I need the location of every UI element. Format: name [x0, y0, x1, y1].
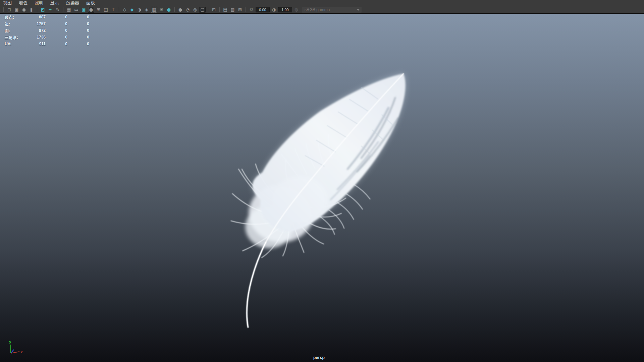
pan-zoom-icon[interactable]: + — [47, 7, 53, 13]
hud-label: 面: — [5, 28, 32, 35]
gate-mask-icon[interactable]: ● — [88, 7, 94, 13]
hud-value: 0 — [67, 28, 89, 35]
toolbar-separator — [246, 7, 246, 12]
color-transform-label: sRGB gamma — [305, 7, 330, 12]
snapshot-copy-icon[interactable]: ▤ — [222, 7, 228, 13]
textured-ball-icon[interactable]: ◑ — [136, 7, 143, 13]
snapshot-paste-icon[interactable]: ▥ — [229, 7, 236, 13]
lights-icon[interactable]: ☀ — [158, 7, 165, 13]
toolbar-separator — [3, 7, 4, 12]
grid-icon[interactable]: ▦ — [66, 7, 72, 13]
exposure-icon[interactable]: ☼ — [248, 7, 255, 13]
grease-pencil-icon[interactable]: ✎ — [54, 7, 61, 13]
hud-label: 三角形: — [5, 35, 32, 42]
image-plane-icon[interactable]: ◩ — [40, 7, 46, 13]
camera-attributes-icon[interactable]: ◉ — [21, 7, 27, 13]
toolbar-separator — [63, 7, 63, 12]
color-transform-dropdown[interactable]: sRGB gamma — [302, 7, 362, 13]
depth-of-field-icon[interactable]: ▢ — [199, 7, 206, 13]
isolate-select-icon[interactable]: ⊡ — [211, 7, 217, 13]
hud-label: UV: — [5, 42, 32, 48]
safe-action-icon[interactable]: ◫ — [103, 7, 109, 13]
toolbar-separator — [208, 7, 208, 12]
exposure-field[interactable] — [256, 7, 270, 12]
axis-gizmo: y x — [5, 340, 25, 357]
hud-value: 0 — [46, 28, 67, 35]
wireframe-cube-icon[interactable]: ◇ — [121, 7, 128, 13]
feather-model — [218, 64, 426, 339]
ssao-icon[interactable]: ● — [177, 7, 183, 13]
x-axis-label: x — [20, 350, 23, 354]
menu-item-renderer[interactable]: 渲染器 — [66, 0, 79, 6]
toolbar-separator — [219, 7, 220, 12]
hud-value: 0 — [46, 35, 67, 42]
hud-value: 0 — [67, 15, 89, 21]
hud-label: 顶点: — [5, 15, 32, 21]
select-camera-icon[interactable]: ◻ — [6, 7, 12, 13]
hud-value: 1736 — [32, 35, 46, 42]
lock-camera-icon[interactable]: ▣ — [13, 7, 20, 13]
hud-value: 0 — [67, 35, 89, 42]
resolution-gate-icon[interactable]: ▣ — [80, 7, 87, 13]
motion-blur-icon[interactable]: ◔ — [184, 7, 191, 13]
hud-label: 边: — [5, 21, 32, 28]
bookmark-icon[interactable]: ▮ — [28, 7, 35, 13]
safe-title-icon[interactable]: T — [110, 7, 116, 13]
menu-item-shading[interactable]: 着色 — [19, 0, 28, 6]
chevron-down-icon — [357, 9, 360, 11]
panel-header: 视图 着色 照明 显示 渲染器 面板 ◻ ▣ ◉ ▮ ◩ + ✎ ▦ ▭ ▣ ●… — [0, 0, 644, 13]
gamma-toggle-icon[interactable]: ◍ — [293, 7, 300, 13]
anti-aliasing-icon[interactable]: ◎ — [192, 7, 198, 13]
y-axis-label: y — [9, 340, 11, 344]
hud-value: 1757 — [32, 21, 46, 28]
viewport-toolbar: ◻ ▣ ◉ ▮ ◩ + ✎ ▦ ▭ ▣ ● ⊞ ◫ T ◇ ◆ ◑ ◈ ▩ ☀ … — [0, 6, 644, 13]
menu-item-lighting[interactable]: 照明 — [35, 0, 43, 6]
hud-value: 911 — [32, 42, 46, 48]
camera-label: persp — [0, 355, 638, 360]
toolbar-separator — [174, 7, 175, 12]
hud-value: 872 — [32, 28, 46, 35]
toolbar-separator — [37, 7, 37, 12]
textured-checker-icon[interactable]: ▩ — [151, 7, 157, 13]
menu-item-view[interactable]: 视图 — [3, 0, 12, 6]
image-toggle-icon[interactable]: ⊠ — [237, 7, 243, 13]
menu-item-show[interactable]: 显示 — [50, 0, 59, 6]
shaded-cube-icon[interactable]: ◆ — [129, 7, 135, 13]
contrast-icon[interactable]: ◑ — [271, 7, 277, 13]
hud-value: 0 — [46, 15, 67, 21]
film-gate-icon[interactable]: ▭ — [73, 7, 79, 13]
shadows-icon[interactable]: ● — [166, 7, 172, 13]
wire-on-shaded-icon[interactable]: ◈ — [144, 7, 150, 13]
menu-item-panels[interactable]: 面板 — [86, 0, 95, 6]
3d-viewport[interactable]: 顶点: 887 0 0 边: 1757 0 0 面: 872 0 0 三角形: … — [0, 14, 644, 362]
contrast-field[interactable] — [278, 7, 292, 12]
hud-value: 887 — [32, 15, 46, 21]
field-chart-icon[interactable]: ⊞ — [95, 7, 102, 13]
toolbar-separator — [119, 7, 119, 12]
poly-count-hud: 顶点: 887 0 0 边: 1757 0 0 面: 872 0 0 三角形: … — [5, 15, 89, 48]
hud-value: 0 — [67, 42, 89, 48]
hud-value: 0 — [46, 21, 67, 28]
hud-value: 0 — [67, 21, 89, 28]
menu-bar: 视图 着色 照明 显示 渲染器 面板 — [0, 0, 644, 6]
hud-value: 0 — [46, 42, 67, 48]
